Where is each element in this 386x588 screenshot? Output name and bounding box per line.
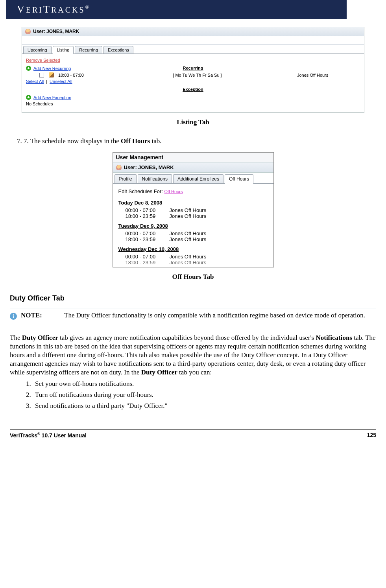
footer-title: 10.7 User Manual: [40, 432, 87, 439]
add-new-recurring-link[interactable]: Add New Recurring: [33, 66, 71, 71]
date-header: Today Dec 8, 2008: [118, 200, 268, 206]
blank-band: [22, 36, 364, 45]
prose-bold: Duty Officer: [22, 334, 58, 341]
time-cell: 00:00 - 07:00: [118, 207, 170, 213]
prose-text: The: [10, 334, 22, 341]
off-hours-tabs: Profile Notifications Additional Enrolle…: [113, 173, 273, 184]
prose-bold: Notifications: [316, 334, 352, 341]
page-footer: VeriTracks® 10.7 User Manual 125: [10, 429, 376, 439]
select-all-link[interactable]: Select All: [26, 79, 44, 84]
tab-additional-enrollees[interactable]: Additional Enrollees: [173, 174, 223, 183]
tab-upcoming[interactable]: Upcoming: [23, 46, 52, 53]
caption-listing-tab: Listing Tab: [10, 118, 376, 126]
note-text: The Duty Officer functionality is only c…: [64, 312, 376, 319]
user-icon: [25, 29, 31, 34]
recurring-header: Recurring: [137, 66, 249, 70]
duty-item-1: Set your own off-hours notifications.: [33, 380, 376, 388]
duty-item-2: Turn off notifications during your off-h…: [33, 391, 376, 399]
schedule-row: 18:00 - 07:00 [ Mo Tu We Th Fr Sa Su ] J…: [26, 72, 360, 77]
tab-profile[interactable]: Profile: [115, 174, 137, 183]
prose-bold: Duty Officer: [141, 369, 177, 376]
plus-icon[interactable]: +: [26, 95, 31, 100]
duty-item-3: Send notifications to a third party "Dut…: [33, 402, 376, 410]
prose-text: tab you can:: [177, 369, 212, 376]
edit-schedules-line: Edit Schedules For: Off Hours: [118, 188, 268, 194]
time-cell: 00:00 - 07:00: [118, 230, 170, 236]
user-label: User: JONES, MARK: [33, 29, 79, 34]
remove-selected-link[interactable]: Remove Selected: [26, 58, 60, 63]
listing-body: Remove Selected + Add New Recurring Recu…: [22, 54, 364, 112]
unselect-all-link[interactable]: Unselect All: [50, 79, 72, 84]
time-row: 00:00 - 07:00Jones Off Hours: [118, 230, 268, 236]
off-hours-screenshot: User Management User: JONES, MARK Profil…: [113, 152, 274, 267]
step7-text: 7. The schedule now displays in the: [24, 137, 121, 145]
note-label: NOTE:: [21, 312, 60, 319]
tab-exceptions[interactable]: Exceptions: [103, 46, 133, 53]
name-cell: Jones Off Hours: [170, 213, 207, 219]
user-icon: [116, 165, 122, 170]
step-list: 7. The schedule now displays in the Off …: [24, 137, 376, 145]
name-cell: Jones Off Hours: [170, 207, 207, 213]
off-hours-link[interactable]: Off Hours: [164, 189, 183, 194]
off-hours-body: Edit Schedules For: Off Hours Today Dec …: [113, 184, 273, 267]
row-time: 18:00 - 07:00: [58, 73, 98, 77]
edit-icon[interactable]: [49, 72, 54, 77]
row-days: [ Mo Tu We Th Fr Sa Su ]: [158, 73, 237, 77]
time-row: 00:00 - 07:00Jones Off Hours: [118, 207, 268, 213]
add-new-exception-link[interactable]: Add New Exception: [33, 95, 71, 100]
time-row: 18:00 - 23:59Jones Off Hours: [118, 236, 268, 242]
user-row: User: JONES, MARK: [22, 27, 364, 36]
no-schedules-text: No Schedules: [26, 101, 360, 106]
step7-bold: Off Hours: [121, 137, 150, 145]
row-name: Jones Off Hours: [297, 73, 360, 77]
note-block: i NOTE: The Duty Officer functionality i…: [10, 308, 376, 324]
edit-schedules-label: Edit Schedules For:: [118, 188, 164, 194]
panel-title: User Management: [113, 153, 273, 162]
time-cell: 18:00 - 23:59: [118, 260, 170, 265]
footer-page: 125: [367, 432, 376, 439]
prose-text: tab gives an agency more notification ca…: [58, 334, 316, 341]
caption-off-hours-tab: Off Hours Tab: [10, 273, 376, 281]
name-cell: Jones Off Hours: [170, 230, 207, 236]
footer-left: VeriTracks® 10.7 User Manual: [10, 432, 87, 439]
tab-off-hours[interactable]: Off Hours: [225, 174, 253, 184]
duty-officer-heading: Duty Officer Tab: [10, 294, 376, 302]
duty-paragraph: The Duty Officer tab gives an agency mor…: [10, 334, 376, 377]
brand-text: VERITRACKS®: [17, 4, 90, 15]
listing-screenshot: User: JONES, MARK Upcoming Listing Recur…: [22, 27, 364, 113]
tab-listing[interactable]: Listing: [53, 46, 74, 54]
time-row: 18:00 - 23:59Jones Off Hours: [118, 260, 268, 265]
step-7: 7. The schedule now displays in the Off …: [24, 137, 376, 145]
user-label-2: User: JONES, MARK: [124, 164, 174, 170]
time-row: 18:00 - 23:59Jones Off Hours: [118, 213, 268, 219]
date-header: Tuesday Dec 9, 2008: [118, 223, 268, 229]
row-checkbox[interactable]: [39, 73, 44, 77]
date-header: Wednesday Dec 10, 2008: [118, 246, 268, 252]
tab-recurring[interactable]: Recurring: [75, 46, 102, 53]
time-row: 00:00 - 07:00Jones Off Hours: [118, 254, 268, 260]
name-cell: Jones Off Hours: [170, 254, 207, 260]
name-cell: Jones Off Hours: [170, 236, 207, 242]
pipe: |: [46, 79, 47, 84]
step7-suffix: tab.: [150, 137, 161, 145]
time-cell: 00:00 - 07:00: [118, 254, 170, 260]
time-cell: 18:00 - 23:59: [118, 213, 170, 219]
listing-tabs: Upcoming Listing Recurring Exceptions: [22, 45, 364, 54]
footer-reg: ®: [37, 432, 40, 436]
duty-list: Set your own off-hours notifications. Tu…: [33, 380, 376, 410]
name-cell: Jones Off Hours: [170, 260, 207, 265]
user-row-2: User: JONES, MARK: [113, 162, 273, 173]
plus-icon[interactable]: +: [26, 66, 31, 71]
time-cell: 18:00 - 23:59: [118, 236, 170, 242]
exception-header: Exception: [137, 87, 249, 92]
footer-brand: VeriTracks: [10, 432, 37, 439]
brand-header: VERITRACKS®: [0, 0, 386, 19]
tab-notifications[interactable]: Notifications: [138, 174, 172, 183]
note-icon: i: [10, 313, 17, 320]
